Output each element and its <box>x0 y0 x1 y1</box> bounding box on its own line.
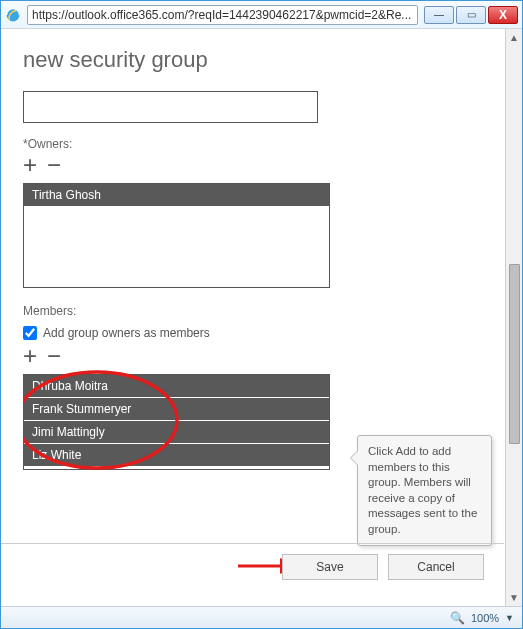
owners-label: *Owners: <box>23 137 353 151</box>
close-button[interactable]: X <box>488 6 518 24</box>
members-add-icon[interactable]: + <box>23 344 37 368</box>
window-titlebar: https://outlook.office365.com/?reqId=144… <box>1 1 522 29</box>
minimize-button[interactable]: — <box>424 6 454 24</box>
window-buttons: — ▭ X <box>424 6 518 24</box>
scroll-up-icon[interactable]: ▲ <box>506 29 522 46</box>
owners-listbox[interactable]: Tirtha Ghosh <box>23 183 330 288</box>
members-add-remove: + − <box>23 344 353 368</box>
members-tooltip: Click Add to add members to this group. … <box>357 435 492 546</box>
list-item[interactable]: Jimi Mattingly <box>24 421 329 444</box>
ie-icon <box>5 7 21 23</box>
members-label: Members: <box>23 304 353 318</box>
members-tooltip-text: Click Add to add members to this group. … <box>368 445 477 535</box>
maximize-button[interactable]: ▭ <box>456 6 486 24</box>
zoom-dropdown-icon[interactable]: ▼ <box>505 613 514 623</box>
owners-add-icon[interactable]: + <box>23 153 37 177</box>
add-owners-as-members-checkbox[interactable] <box>23 326 37 340</box>
window-scrollbar[interactable]: ▲ ▼ <box>505 29 522 606</box>
members-remove-icon[interactable]: − <box>47 344 61 368</box>
list-item[interactable]: Liz White <box>24 444 329 467</box>
save-button[interactable]: Save <box>282 554 378 580</box>
list-item[interactable]: Dhruba Moitra <box>24 375 329 398</box>
cancel-button[interactable]: Cancel <box>388 554 484 580</box>
add-owners-as-members-row[interactable]: Add group owners as members <box>23 326 353 340</box>
list-item[interactable]: Tirtha Ghosh <box>24 184 329 207</box>
address-bar[interactable]: https://outlook.office365.com/?reqId=144… <box>27 5 418 25</box>
page-title: new security group <box>23 47 488 73</box>
scroll-thumb[interactable] <box>509 264 520 444</box>
status-bar: 🔍 100% ▼ <box>1 606 522 628</box>
owners-remove-icon[interactable]: − <box>47 153 61 177</box>
zoom-icon[interactable]: 🔍 <box>450 611 465 625</box>
owners-add-remove: + − <box>23 153 353 177</box>
zoom-level[interactable]: 100% <box>471 612 499 624</box>
address-bar-text: https://outlook.office365.com/?reqId=144… <box>32 8 411 22</box>
scroll-down-icon[interactable]: ▼ <box>506 589 522 606</box>
dialog-footer: Save Cancel <box>1 543 504 580</box>
list-item[interactable]: Frank Stummeryer <box>24 398 329 421</box>
content-area: new security group *Owners: + − Tirtha G… <box>1 29 522 606</box>
members-listbox[interactable]: Dhruba Moitra Frank Stummeryer Jimi Matt… <box>23 374 330 470</box>
group-name-input[interactable] <box>23 91 318 123</box>
add-owners-as-members-label: Add group owners as members <box>43 326 210 340</box>
